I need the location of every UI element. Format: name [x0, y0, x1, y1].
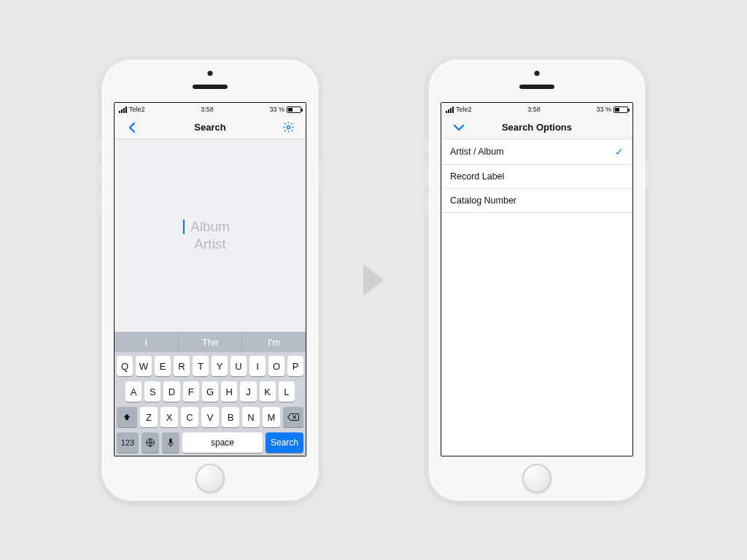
- screen-right: Tele2 3:58 33 % Search Options Artist / …: [441, 102, 633, 456]
- dismiss-button[interactable]: [449, 123, 469, 132]
- numbers-key[interactable]: 123: [117, 432, 139, 453]
- key-n[interactable]: N: [242, 407, 260, 427]
- key-z[interactable]: Z: [140, 407, 158, 427]
- shift-key[interactable]: [117, 407, 137, 427]
- power-button: [320, 160, 322, 188]
- mic-key[interactable]: [162, 432, 179, 453]
- key-f[interactable]: F: [183, 381, 199, 402]
- key-m[interactable]: M: [263, 407, 280, 427]
- option-label: Artist / Album: [450, 147, 504, 157]
- key-h[interactable]: H: [221, 381, 237, 402]
- volume-up: [98, 164, 101, 186]
- carrier-label: Tele2: [129, 106, 145, 113]
- home-button[interactable]: [522, 464, 551, 493]
- key-t[interactable]: T: [193, 356, 209, 376]
- key-b[interactable]: B: [222, 407, 239, 427]
- keyboard-row-4: 123 space Search: [117, 432, 303, 453]
- key-x[interactable]: X: [160, 407, 178, 427]
- key-g[interactable]: G: [202, 381, 218, 402]
- predictive-bar: I The I'm: [115, 332, 306, 352]
- nav-bar: Search: [115, 116, 306, 139]
- keyboard-row-2: ASDFGHJKL: [117, 381, 303, 402]
- arrow-right-icon: [363, 264, 384, 296]
- back-button[interactable]: [122, 122, 142, 133]
- option-row-1[interactable]: Record Label: [441, 165, 632, 189]
- key-k[interactable]: K: [260, 381, 276, 402]
- battery-pct: 33 %: [596, 106, 611, 113]
- battery-icon: [287, 106, 301, 113]
- phone-right: Tele2 3:58 33 % Search Options Artist / …: [427, 58, 646, 502]
- prediction-0[interactable]: I: [115, 332, 179, 352]
- keyboard-row-3: ZXCVBNM: [117, 407, 303, 427]
- mute-switch: [98, 139, 101, 153]
- battery-icon: [614, 106, 628, 113]
- key-q[interactable]: Q: [117, 356, 133, 376]
- phone-camera: [208, 71, 213, 76]
- key-c[interactable]: C: [181, 407, 198, 427]
- key-e[interactable]: E: [155, 356, 171, 376]
- key-v[interactable]: V: [201, 407, 219, 427]
- key-o[interactable]: O: [268, 356, 285, 376]
- key-a[interactable]: A: [125, 381, 142, 402]
- key-r[interactable]: R: [174, 356, 190, 376]
- settings-button[interactable]: [278, 121, 298, 133]
- backspace-icon: [287, 413, 299, 421]
- artist-input[interactable]: Artist: [185, 236, 236, 252]
- prediction-2[interactable]: I'm: [242, 332, 306, 352]
- options-content: Artist / Album✓Record LabelCatalog Numbe…: [441, 139, 632, 456]
- album-input[interactable]: Album: [185, 219, 236, 235]
- checkmark-icon: ✓: [615, 146, 624, 158]
- phone-speaker: [519, 85, 554, 89]
- key-w[interactable]: W: [136, 356, 152, 376]
- chevron-down-icon: [453, 123, 465, 132]
- keyboard: QWERTYUIOP ASDFGHJKL ZXCVBNM 123: [115, 352, 306, 456]
- nav-bar: Search Options: [441, 116, 632, 139]
- backspace-key[interactable]: [283, 407, 303, 427]
- key-i[interactable]: I: [249, 356, 266, 376]
- volume-down: [425, 193, 427, 215]
- gear-icon: [282, 121, 295, 133]
- options-list: Artist / Album✓Record LabelCatalog Numbe…: [441, 139, 632, 213]
- svg-point-0: [287, 125, 290, 128]
- volume-up: [425, 164, 427, 186]
- status-time: 3:58: [201, 106, 214, 113]
- key-d[interactable]: D: [163, 381, 179, 402]
- nav-title: Search Options: [469, 122, 605, 133]
- status-bar: Tele2 3:58 33 %: [115, 103, 306, 116]
- key-j[interactable]: J: [240, 381, 256, 402]
- keyboard-row-1: QWERTYUIOP: [117, 356, 303, 376]
- carrier-label: Tele2: [456, 106, 472, 113]
- shift-icon: [123, 413, 131, 421]
- key-u[interactable]: U: [231, 356, 247, 376]
- status-time: 3:58: [527, 106, 541, 113]
- key-s[interactable]: S: [144, 381, 160, 402]
- mic-icon: [167, 438, 174, 448]
- battery-pct: 33 %: [269, 106, 285, 113]
- search-key[interactable]: Search: [266, 432, 303, 453]
- option-label: Catalog Number: [450, 195, 516, 206]
- option-row-0[interactable]: Artist / Album✓: [441, 139, 632, 165]
- space-key[interactable]: space: [182, 432, 263, 453]
- volume-down: [98, 193, 101, 215]
- key-p[interactable]: P: [287, 356, 303, 376]
- signal-icon: [446, 106, 454, 113]
- power-button: [646, 160, 649, 188]
- option-label: Record Label: [450, 171, 504, 182]
- home-button[interactable]: [196, 464, 225, 493]
- signal-icon: [119, 106, 127, 113]
- stage: Tele2 3:58 33 % Search: [0, 0, 747, 560]
- prediction-1[interactable]: The: [179, 332, 243, 352]
- status-bar: Tele2 3:58 33 %: [441, 103, 632, 116]
- search-content: Album Artist I The I'm QWERTYUIOP ASDFGH…: [115, 139, 306, 456]
- search-inputs: Album Artist: [115, 139, 306, 332]
- mute-switch: [425, 139, 427, 153]
- phone-left: Tele2 3:58 33 % Search: [101, 58, 320, 502]
- nav-title: Search: [142, 122, 278, 133]
- key-l[interactable]: L: [279, 381, 295, 402]
- phone-speaker: [193, 85, 228, 89]
- phone-camera: [535, 71, 540, 76]
- option-row-2[interactable]: Catalog Number: [441, 189, 632, 213]
- globe-key[interactable]: [142, 432, 159, 453]
- key-y[interactable]: Y: [212, 356, 228, 376]
- chevron-left-icon: [128, 122, 136, 133]
